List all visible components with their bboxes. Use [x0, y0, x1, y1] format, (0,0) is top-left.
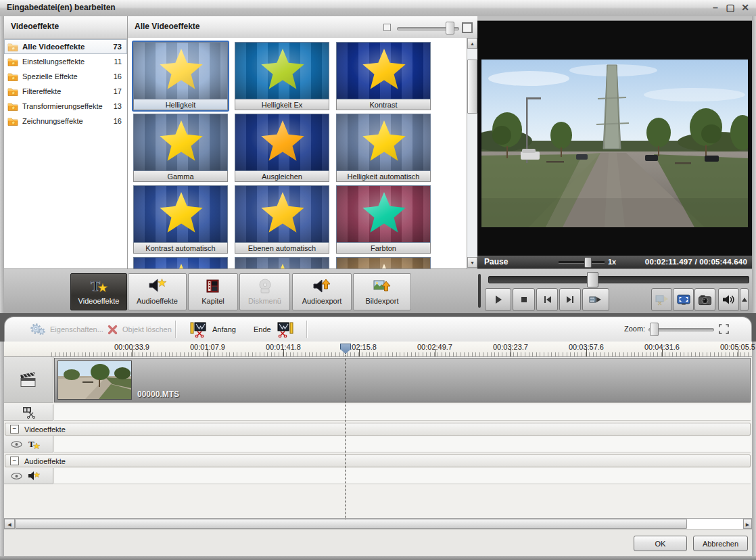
- sidebar-header: Videoeffekte: [4, 16, 127, 39]
- effect-label: Kontrast automatisch: [133, 243, 228, 254]
- scrollbar-thumb[interactable]: [467, 60, 477, 114]
- volume-button[interactable]: [718, 288, 739, 311]
- effect-tile-helligkeit-automatisch[interactable]: Helligkeit automatisch: [336, 114, 431, 182]
- previous-frame-button[interactable]: [536, 288, 558, 311]
- category-item-spezielle-effekte[interactable]: Spezielle Effekte 16: [4, 69, 127, 84]
- fullscreen-button[interactable]: [673, 288, 694, 311]
- playback-speed-slider[interactable]: [559, 261, 605, 264]
- window-border-bottom: [0, 556, 756, 560]
- effect-thumbnail: [336, 114, 431, 171]
- audio-effects-track[interactable]: [54, 468, 751, 484]
- effect-tile-farbton[interactable]: Farbton: [336, 185, 431, 254]
- advance-clip-button[interactable]: [582, 288, 609, 311]
- playback-status-bar: Pause 1x 00:02:11.497 / 00:05:44.640: [477, 256, 752, 269]
- eye-icon[interactable]: [11, 441, 22, 448]
- star-icon: [159, 192, 204, 235]
- delete-object-button: Objekt löschen: [108, 317, 172, 342]
- edit-input-files-dialog: Eingabedatei(en) bearbeiten – ▢ ✕ Videoe…: [0, 0, 756, 560]
- category-label: Spezielle Effekte: [22, 72, 114, 80]
- eye-icon[interactable]: [11, 473, 22, 480]
- chevron-up-icon: [742, 298, 747, 302]
- effect-label: Kontrast: [336, 99, 431, 110]
- effect-tile-partial[interactable]: [336, 257, 431, 269]
- playback-speed-slider-handle[interactable]: [584, 257, 592, 268]
- volume-dropdown-button[interactable]: [740, 288, 749, 311]
- effect-tile-partial[interactable]: [235, 257, 329, 269]
- cancel-button[interactable]: Abbrechen: [693, 536, 748, 551]
- effect-categories-panel: Videoeffekte Alle Videoeffekte 73 Einste…: [4, 16, 127, 269]
- tab-label: Diskmenü: [240, 297, 289, 305]
- timeline-horizontal-scrollbar[interactable]: ◀ ▶: [4, 518, 752, 529]
- ruler-timestamp: 00:00:33.9: [101, 343, 162, 351]
- tab-kapitel[interactable]: Kapitel: [188, 273, 238, 310]
- audio-effects-icon: [128, 275, 186, 297]
- playback-speed-label: 1x: [608, 258, 616, 266]
- effect-tile-partial[interactable]: [133, 257, 228, 269]
- section-label: Videoeffekte: [24, 425, 66, 434]
- scrollbar-thumb[interactable]: [15, 519, 687, 529]
- effect-tile-gamma[interactable]: Gamma: [133, 114, 228, 182]
- effect-tile-helligkeit-ex[interactable]: Helligkeit Ex: [235, 42, 329, 110]
- effect-tile-ebenen-automatisch[interactable]: Ebenen automatisch: [235, 185, 329, 254]
- folder-star-icon: [7, 87, 18, 96]
- thumbnail-size-slider-handle[interactable]: [446, 22, 454, 34]
- collapse-toggle[interactable]: −: [10, 425, 19, 434]
- stop-button[interactable]: [513, 288, 535, 311]
- tab-label: Bildexport: [354, 297, 410, 305]
- effect-thumbnail: [336, 257, 431, 269]
- scroll-up-button[interactable]: ▲: [467, 38, 477, 49]
- category-item-transformierungseffekte[interactable]: Transformierungseffekte 13: [4, 99, 127, 114]
- category-label: Filtereffekte: [22, 87, 114, 95]
- effects-scrollbar[interactable]: ▲ ▼: [467, 38, 477, 269]
- next-frame-button[interactable]: [559, 288, 581, 311]
- scroll-left-button[interactable]: ◀: [4, 519, 15, 529]
- ok-button[interactable]: OK: [634, 536, 687, 551]
- ruler-timestamp: 00:01:41.8: [253, 343, 314, 351]
- seek-slider-handle[interactable]: [587, 272, 598, 287]
- effect-tile-ausgleichen[interactable]: Ausgleichen: [235, 114, 329, 182]
- scroll-right-button[interactable]: ▶: [743, 519, 752, 529]
- tab-audioeffekte[interactable]: Audioeffekte: [128, 273, 187, 310]
- video-clip[interactable]: 00000.MTS: [54, 358, 751, 402]
- ruler-timestamp: 00:03:57.6: [556, 343, 617, 351]
- timeline-zoom-slider-handle[interactable]: [650, 323, 659, 336]
- ruler-timestamp: 00:04:31.6: [632, 343, 692, 351]
- star-icon: [362, 264, 406, 269]
- snapshot-button[interactable]: [694, 288, 715, 311]
- film-forward-icon: [589, 295, 603, 304]
- effect-tile-helligkeit[interactable]: Helligkeit: [133, 42, 228, 110]
- tab-videoeffekte[interactable]: T Videoeffekte: [70, 273, 127, 310]
- chapters-icon: [189, 275, 237, 297]
- title-bar[interactable]: Eingabedatei(en) bearbeiten – ▢ ✕: [0, 0, 756, 17]
- clip-thumbnail: [57, 360, 132, 400]
- video-effects-track[interactable]: [54, 436, 751, 452]
- ruler-timestamp: 00:03:23.7: [480, 343, 541, 351]
- trim-start-button[interactable]: Anfang: [190, 317, 236, 342]
- toolbar-separator: [175, 321, 176, 338]
- category-item-filtereffekte[interactable]: Filtereffekte 17: [4, 84, 127, 99]
- fit-timeline-icon[interactable]: [719, 324, 729, 334]
- category-item-alle-videoeffekte[interactable]: Alle Videoeffekte 73: [4, 39, 127, 54]
- tab-bildexport[interactable]: Bildexport: [353, 273, 411, 310]
- timeline-ruler[interactable]: 00:00:33.9 00:01:07.9 00:01:41.8 00:02:1…: [4, 342, 752, 357]
- tab-audioexport[interactable]: Audioexport: [292, 273, 352, 310]
- category-item-einstellungseffekte[interactable]: Einstellungseffekte 11: [4, 54, 127, 69]
- close-button[interactable]: ✕: [740, 1, 751, 14]
- maximize-button[interactable]: ▢: [725, 1, 736, 14]
- play-button[interactable]: [485, 288, 511, 311]
- audio-effect-track-icon: [28, 471, 40, 481]
- video-screen[interactable]: [477, 20, 752, 256]
- trim-end-button[interactable]: Ende: [254, 317, 293, 342]
- collapse-toggle[interactable]: −: [10, 457, 19, 465]
- effect-tile-kontrast[interactable]: Kontrast: [336, 42, 431, 110]
- category-label: Zeichnungseffekte: [22, 117, 114, 125]
- scroll-down-button[interactable]: ▼: [467, 257, 477, 268]
- effect-tile-kontrast-automatisch[interactable]: Kontrast automatisch: [133, 185, 228, 254]
- next-icon: [565, 295, 575, 304]
- seek-slider[interactable]: [488, 276, 749, 283]
- minimize-button[interactable]: –: [710, 1, 721, 14]
- toolbar-separator: [306, 321, 308, 338]
- scenes-track[interactable]: [54, 404, 751, 421]
- effect-thumbnail: [235, 42, 329, 99]
- category-item-zeichnungseffekte[interactable]: Zeichnungseffekte 16: [4, 114, 127, 129]
